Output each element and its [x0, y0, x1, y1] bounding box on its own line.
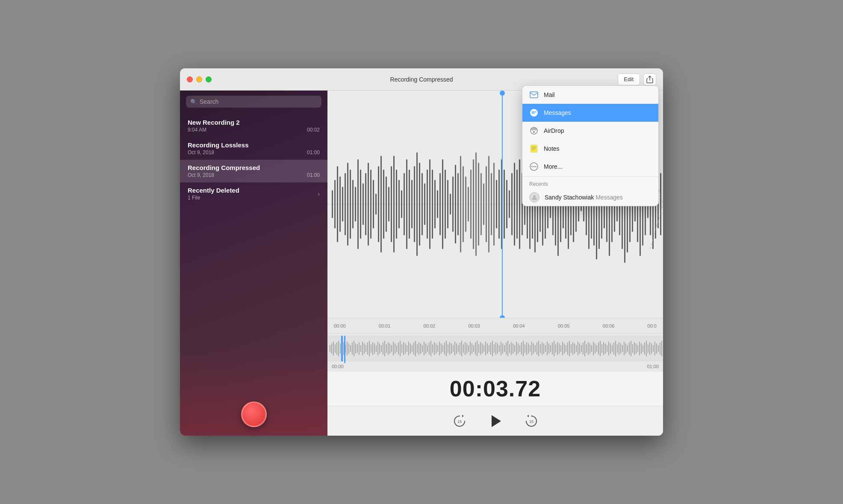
recording-item-lossless[interactable]: Recording Lossless Oct 9, 2018 01:00: [180, 137, 327, 160]
timeline-label-2: 00:02: [424, 323, 436, 328]
svg-rect-19: [347, 163, 348, 245]
svg-rect-275: [552, 343, 553, 355]
svg-rect-147: [333, 342, 334, 355]
minimize-button[interactable]: [196, 76, 202, 82]
svg-rect-188: [403, 342, 404, 355]
main-window: Recording Compressed Edit Mail: [180, 68, 663, 436]
svg-rect-276: [554, 341, 554, 356]
svg-rect-336: [656, 343, 657, 354]
mini-playhead[interactable]: [344, 336, 345, 363]
svg-rect-278: [557, 342, 558, 355]
svg-rect-176: [383, 343, 383, 355]
svg-rect-315: [620, 343, 621, 354]
recently-deleted-item[interactable]: Recently Deleted 1 File ›: [180, 182, 327, 205]
notes-label: Notes: [544, 145, 560, 152]
svg-rect-246: [502, 343, 503, 354]
share-menu-airdrop[interactable]: AirDrop: [522, 122, 658, 140]
mini-waveform-svg: [327, 336, 663, 361]
svg-rect-230: [475, 343, 476, 355]
svg-rect-22: [355, 187, 356, 222]
svg-rect-192: [410, 343, 411, 354]
svg-rect-249: [507, 341, 508, 356]
messages-label: Messages: [544, 109, 571, 116]
notes-icon: [529, 144, 539, 153]
recording-item-compressed[interactable]: Recording Compressed Oct 9, 2018 01:00: [180, 160, 327, 182]
svg-rect-271: [545, 345, 546, 352]
svg-rect-232: [478, 344, 479, 353]
play-button[interactable]: [486, 412, 505, 431]
svg-rect-222: [461, 341, 462, 356]
svg-rect-168: [369, 341, 370, 356]
svg-rect-258: [523, 341, 524, 356]
svg-rect-175: [381, 345, 382, 352]
svg-rect-279: [559, 343, 560, 354]
svg-rect-327: [641, 343, 642, 354]
share-menu-notes[interactable]: Notes: [522, 140, 658, 158]
svg-rect-84: [514, 163, 515, 245]
svg-rect-206: [434, 342, 435, 355]
svg-rect-181: [391, 345, 392, 352]
playhead-top-handle[interactable]: [500, 91, 505, 96]
playhead-bottom-handle[interactable]: [500, 315, 505, 318]
recents-avatar: [529, 192, 539, 202]
svg-rect-166: [365, 345, 366, 352]
svg-rect-252: [513, 343, 513, 354]
airdrop-icon: [529, 126, 539, 135]
mini-timeline: 00:00 01:00: [327, 363, 663, 370]
svg-rect-210: [441, 343, 442, 354]
svg-rect-199: [422, 345, 423, 352]
svg-rect-180: [389, 343, 390, 354]
svg-rect-224: [465, 342, 466, 355]
svg-rect-332: [649, 342, 650, 355]
svg-rect-323: [634, 342, 635, 355]
svg-rect-328: [643, 345, 643, 352]
svg-rect-66: [468, 187, 469, 222]
svg-rect-80: [504, 170, 505, 238]
svg-rect-52: [432, 170, 433, 238]
svg-rect-28: [370, 170, 371, 238]
svg-rect-243: [497, 343, 498, 354]
share-menu-more[interactable]: More...: [522, 158, 658, 176]
search-bar[interactable]: 🔍: [186, 96, 321, 108]
svg-rect-239: [490, 343, 491, 355]
svg-rect-312: [615, 341, 616, 356]
svg-rect-162: [359, 342, 360, 355]
edit-button[interactable]: Edit: [618, 73, 640, 85]
svg-rect-228: [472, 343, 472, 354]
recording-list: New Recording 2 9:04 AM 00:02 Recording …: [180, 113, 327, 393]
svg-rect-266: [536, 343, 537, 355]
traffic-lights: [187, 76, 212, 82]
svg-rect-340: [341, 336, 343, 361]
svg-rect-254: [516, 342, 517, 355]
svg-rect-48: [422, 173, 423, 235]
close-button[interactable]: [187, 76, 193, 82]
search-input[interactable]: [200, 98, 317, 105]
svg-rect-244: [499, 345, 500, 352]
timer-text: 00:03.72: [450, 376, 541, 401]
timer-display: 00:03.72: [327, 372, 663, 406]
svg-rect-299: [593, 342, 594, 355]
recording-item-new-recording-2[interactable]: New Recording 2 9:04 AM 00:02: [180, 114, 327, 137]
svg-rect-32: [380, 156, 382, 252]
svg-rect-69: [475, 152, 477, 256]
playhead-line[interactable]: [502, 91, 503, 318]
skip-forward-button[interactable]: 15: [522, 412, 541, 431]
svg-rect-214: [448, 344, 448, 353]
svg-rect-245: [501, 342, 501, 355]
maximize-button[interactable]: [206, 76, 212, 82]
share-menu-messages[interactable]: Messages: [522, 104, 658, 122]
mini-waveform-container[interactable]: 00:00 01:00: [327, 333, 663, 372]
skip-back-button[interactable]: 15: [450, 412, 469, 431]
svg-rect-205: [432, 344, 433, 353]
svg-rect-326: [639, 342, 640, 355]
svg-rect-0: [530, 92, 538, 98]
share-button[interactable]: [643, 73, 656, 85]
record-button[interactable]: [241, 401, 267, 427]
svg-rect-27: [368, 163, 369, 245]
svg-rect-285: [569, 341, 570, 356]
svg-rect-59: [450, 194, 451, 214]
share-menu-mail[interactable]: Mail: [522, 86, 658, 104]
svg-rect-303: [600, 341, 601, 356]
recents-sandy[interactable]: Sandy StachowiakMessages: [522, 189, 658, 206]
svg-rect-191: [408, 342, 409, 355]
